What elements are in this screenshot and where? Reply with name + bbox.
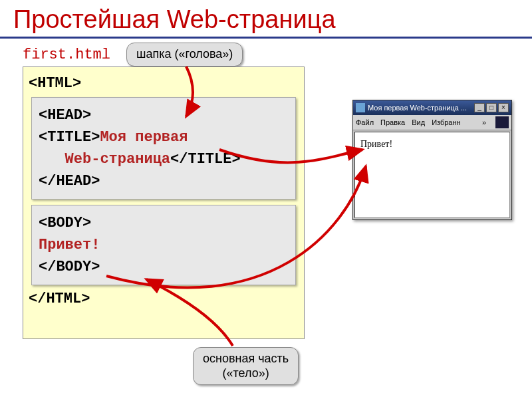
minimize-button[interactable]: _ [474,103,485,112]
code-body-block: <BODY> Привет! </BODY> [31,205,296,285]
code-body-open: <BODY> [39,212,289,234]
menu-view[interactable]: Вид [412,118,425,126]
callout-body: основная часть («тело») [193,347,299,385]
browser-titlebar: Моя первая Web-страница ... _ □ × [353,100,511,115]
callout-body-line1: основная часть [203,352,289,365]
filename-label: first.html [23,47,110,63]
code-title-line2: Web-страница</TITLE> [39,148,289,170]
browser-window: Моя первая Web-страница ... _ □ × Файл П… [352,100,512,220]
maximize-button[interactable]: □ [486,103,497,112]
code-html-close: </HTML> [29,291,299,307]
code-head-open: <HEAD> [39,104,289,126]
code-body-close: </BODY> [39,256,289,278]
browser-logo-icon [495,116,509,128]
browser-title-text: Моя первая Web-страница ... [368,104,473,112]
slide-title: Простейшая Web-страница [0,0,532,39]
menu-favorites[interactable]: Избранн [432,118,461,126]
menu-more-icon[interactable]: » [482,118,486,126]
menu-file[interactable]: Файл [356,118,374,126]
code-title-line1: <TITLE>Моя первая [39,126,289,148]
browser-content: Привет! [354,132,510,218]
menu-edit[interactable]: Правка [380,118,405,126]
callout-head: шапка («голова») [126,43,243,66]
code-html-open: <HTML> [29,75,299,92]
code-head-block: <HEAD> <TITLE>Моя первая Web-страница</T… [31,97,296,200]
code-container: <HTML> <HEAD> <TITLE>Моя первая Web-стра… [23,66,305,339]
code-head-close: </HEAD> [39,170,289,192]
close-button[interactable]: × [498,103,509,112]
callout-body-line2: («тело») [223,366,269,380]
browser-app-icon [356,103,365,112]
code-body-text: Привет! [39,234,289,256]
browser-menubar: Файл Правка Вид Избранн » [353,115,511,130]
